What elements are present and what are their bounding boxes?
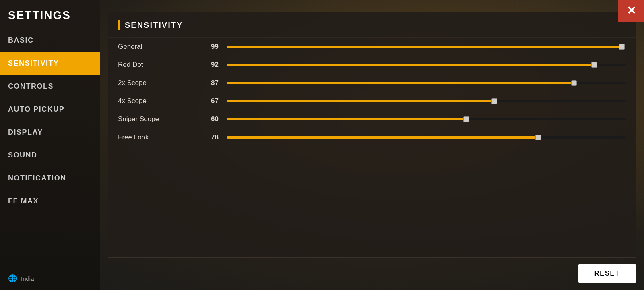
slider-value-1: 92 <box>198 61 219 69</box>
sidebar-item-auto-pickup[interactable]: AUTO PICKUP <box>0 98 100 121</box>
slider-track-fill-0 <box>227 46 622 48</box>
slider-thumb-2[interactable] <box>571 80 577 86</box>
settings-panel: SENSITIVITY General99Red Dot922x Scope87… <box>108 12 636 258</box>
close-button[interactable]: ✕ <box>618 0 644 22</box>
slider-row: 2x Scope87 <box>108 74 636 92</box>
region-label: India <box>21 275 34 282</box>
section-header: SENSITIVITY <box>108 12 636 37</box>
sidebar-item-notification[interactable]: NOTIFICATION <box>0 167 100 190</box>
slider-thumb-1[interactable] <box>591 62 597 68</box>
slider-label-0: General <box>118 43 190 51</box>
slider-track-fill-4 <box>227 118 466 120</box>
slider-track-5[interactable] <box>227 134 626 141</box>
sidebar-item-controls[interactable]: CONTROLS <box>0 75 100 98</box>
slider-value-4: 60 <box>198 115 219 123</box>
sidebar-footer: 🌐 India <box>0 267 100 290</box>
slider-track-2[interactable] <box>227 80 626 86</box>
slider-label-2: 2x Scope <box>118 79 190 87</box>
slider-thumb-3[interactable] <box>491 98 497 104</box>
sidebar-item-ff-max[interactable]: FF MAX <box>0 190 100 213</box>
slider-value-5: 78 <box>198 133 219 141</box>
slider-row: 4x Scope67 <box>108 92 636 110</box>
slider-label-1: Red Dot <box>118 61 190 69</box>
slider-thumb-4[interactable] <box>463 116 469 122</box>
slider-track-3[interactable] <box>227 98 626 104</box>
slider-label-5: Free Look <box>118 133 190 141</box>
sliders-container: General99Red Dot922x Scope874x Scope67Sn… <box>108 37 636 146</box>
slider-row: Red Dot92 <box>108 56 636 74</box>
globe-icon: 🌐 <box>8 274 17 283</box>
slider-thumb-0[interactable] <box>619 44 625 50</box>
sidebar-item-sound[interactable]: SOUND <box>0 144 100 167</box>
slider-track-4[interactable] <box>227 116 626 122</box>
sidebar-item-sensitivity[interactable]: SENSITIVITY <box>0 52 100 75</box>
sidebar-item-basic[interactable]: BASIC <box>0 29 100 52</box>
section-indicator <box>118 20 120 30</box>
slider-track-fill-2 <box>227 82 574 84</box>
sidebar: SETTINGS BASICSENSITIVITYCONTROLSAUTO PI… <box>0 0 100 290</box>
main-content: SENSITIVITY General99Red Dot922x Scope87… <box>100 0 644 290</box>
slider-value-0: 99 <box>198 43 219 51</box>
sidebar-nav: BASICSENSITIVITYCONTROLSAUTO PICKUPDISPL… <box>0 29 100 267</box>
slider-row: General99 <box>108 37 636 56</box>
slider-track-fill-5 <box>227 136 538 139</box>
close-icon: ✕ <box>627 5 636 17</box>
slider-value-3: 67 <box>198 97 219 105</box>
section-title: SENSITIVITY <box>125 21 183 30</box>
slider-row: Sniper Scope60 <box>108 110 636 128</box>
slider-row: Free Look78 <box>108 128 636 146</box>
sidebar-item-display[interactable]: DISPLAY <box>0 121 100 144</box>
slider-track-1[interactable] <box>227 62 626 68</box>
slider-track-fill-3 <box>227 100 494 102</box>
slider-label-4: Sniper Scope <box>118 115 190 123</box>
slider-track-fill-1 <box>227 64 594 66</box>
app-title: SETTINGS <box>0 0 100 29</box>
slider-thumb-5[interactable] <box>535 135 541 140</box>
slider-track-0[interactable] <box>227 44 626 50</box>
slider-label-3: 4x Scope <box>118 97 190 105</box>
slider-value-2: 87 <box>198 79 219 87</box>
